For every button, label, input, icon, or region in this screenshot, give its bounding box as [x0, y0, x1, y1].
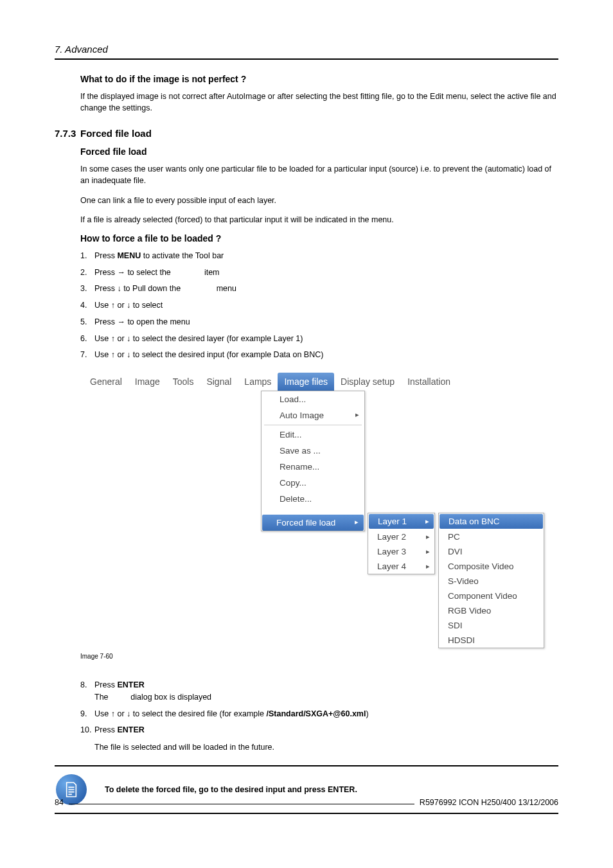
step-9: 9. Use ↑ or ↓ to select the desired file… [80, 708, 558, 720]
step-4: 4.Use ↑ or ↓ to select [80, 299, 558, 312]
dd3-pc[interactable]: PC [439, 529, 544, 544]
doc-id: R5976992 ICON H250/400 13/12/2006 [420, 798, 558, 807]
page-number: 84 [55, 798, 64, 807]
dd3-dvi[interactable]: DVI [439, 544, 544, 559]
heading-forced: Forced file load [80, 146, 558, 157]
step-7: 7.Use ↑ or ↓ to select the desired input… [80, 349, 558, 361]
dd2-layer1[interactable]: Layer 1 [369, 514, 434, 529]
menu-bar: General Image Tools Signal Lamps Image f… [84, 373, 559, 391]
steps-list-1: 1.Press MENU to activate the Tool bar 2.… [80, 250, 558, 361]
para-not-perfect: If the displayed image is not correct af… [80, 91, 558, 114]
step-10: 10. Press ENTER The file is selected and… [80, 724, 558, 754]
section-title: Forced file load [80, 128, 152, 139]
figure-caption: Image 7-60 [80, 653, 558, 660]
para-forced-2: One can link a file to every possible in… [80, 195, 558, 206]
dd3-component-video[interactable]: Component Video [439, 589, 544, 603]
dd3-data-on-bnc[interactable]: Data on BNC [440, 514, 543, 529]
dd2-layer3[interactable]: Layer 3 [368, 544, 434, 559]
step-5: 5.Press → to open the menu [80, 316, 558, 328]
dd2-layer4[interactable]: Layer 4 [368, 559, 434, 574]
steps-list-2: 8. Press ENTER The dialog box is display… [80, 679, 558, 754]
menu-image-files[interactable]: Image files [278, 373, 334, 391]
menu-signal[interactable]: Signal [200, 373, 238, 391]
dd2-layer2[interactable]: Layer 2 [368, 529, 434, 544]
note-text: To delete the forced file, go to the des… [105, 785, 357, 794]
dd-separator [264, 425, 362, 425]
dd-delete[interactable]: Delete... [262, 491, 364, 507]
step-1: 1.Press MENU to activate the Tool bar [80, 250, 558, 262]
step-3: 3.Press ↓ to Pull down the menu [80, 283, 558, 295]
chapter-header: 7. Advanced [55, 44, 558, 60]
dropdown-inputs: Data on BNC PC DVI Composite Video S-Vid… [438, 513, 544, 648]
dd3-rgb-video[interactable]: RGB Video [439, 603, 544, 618]
dd-copy[interactable]: Copy... [262, 475, 364, 491]
page-footer: 84 R5976992 ICON H250/400 13/12/2006 [55, 798, 558, 807]
menu-installation[interactable]: Installation [401, 373, 457, 391]
menu-figure: General Image Tools Signal Lamps Image f… [80, 373, 558, 649]
dropdown-image-files: Load... Auto Image Edit... Save as ... R… [261, 391, 365, 531]
menu-display-setup[interactable]: Display setup [334, 373, 401, 391]
dd3-composite-video[interactable]: Composite Video [439, 559, 544, 574]
menu-general[interactable]: General [84, 373, 129, 391]
step-6: 6.Use ↑ or ↓ to select the desired layer… [80, 333, 558, 345]
heading-not-perfect: What to do if the image is not perfect ? [80, 74, 558, 84]
dropdown-layers: Layer 1 Layer 2 Layer 3 Layer 4 [368, 513, 435, 574]
footer-rule [69, 804, 414, 804]
dd3-s-video[interactable]: S-Video [439, 574, 544, 589]
dd3-sdi[interactable]: SDI [439, 618, 544, 633]
dd-auto-image[interactable]: Auto Image [262, 407, 364, 423]
para-forced-1: In some cases the user wants only one pa… [80, 163, 558, 186]
dd-edit[interactable]: Edit... [262, 427, 364, 443]
section-number: 7.7.3 [55, 128, 80, 139]
menu-image[interactable]: Image [129, 373, 166, 391]
menu-tools[interactable]: Tools [166, 373, 200, 391]
dd-rename[interactable]: Rename... [262, 459, 364, 475]
dd-forced-file-load[interactable]: Forced file load [262, 515, 364, 531]
menu-lamps[interactable]: Lamps [238, 373, 278, 391]
dd3-hdsdi[interactable]: HDSDI [439, 633, 544, 648]
heading-howto: How to force a file to be loaded ? [80, 233, 558, 244]
dd-load[interactable]: Load... [262, 391, 364, 407]
step-8: 8. Press ENTER The dialog box is display… [80, 679, 558, 704]
step-2: 2.Press → to select the item [80, 267, 558, 279]
dd-save-as[interactable]: Save as ... [262, 443, 364, 459]
para-forced-3: If a file is already selected (forced) t… [80, 214, 558, 226]
dd-gap [262, 507, 364, 515]
